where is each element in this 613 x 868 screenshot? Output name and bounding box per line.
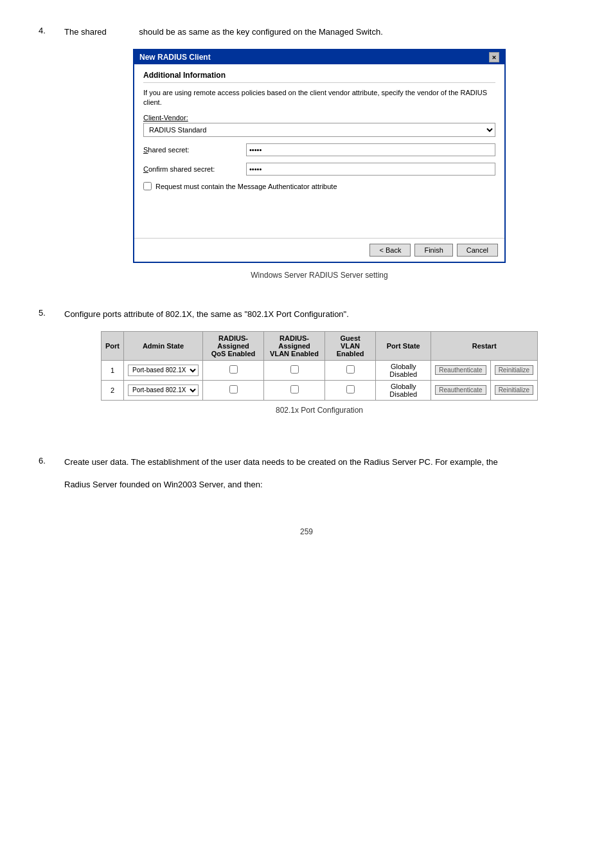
table-row: 1 Port-based 802.1X Globally Disabled Re…	[102, 360, 538, 380]
cell-guest-vlan-0	[325, 360, 376, 380]
step-4-number: 4.	[39, 26, 64, 293]
reauthenticate-button-0[interactable]: Reauthenticate	[435, 365, 486, 375]
col-vlan-enabled: RADIUS-AssignedVLAN Enabled	[264, 331, 325, 360]
dialog-titlebar: New RADIUS Client ×	[134, 50, 504, 64]
shared-secret-row: Shared secret:	[143, 143, 495, 156]
step-6: 6. Create user data. The establishment o…	[39, 456, 574, 502]
qos-checkbox-0[interactable]	[229, 365, 238, 374]
cell-port-state-1: Globally Disabled	[376, 380, 431, 400]
shared-secret-input[interactable]	[246, 143, 495, 156]
col-port: Port	[102, 331, 124, 360]
cell-vlan-0	[264, 360, 325, 380]
col-admin-state: Admin State	[124, 331, 203, 360]
table-caption: 802.1x Port Configuration	[64, 406, 574, 415]
reinitialize-button-0[interactable]: Reinitialize	[495, 365, 533, 375]
reauthenticate-button-1[interactable]: Reauthenticate	[435, 385, 486, 395]
cell-qos-1	[203, 380, 264, 400]
qos-checkbox-1[interactable]	[229, 385, 238, 393]
vlan-checkbox-1[interactable]	[290, 385, 299, 393]
cancel-button[interactable]: Cancel	[457, 244, 498, 257]
confirm-secret-label: Confirm shared secret:	[143, 165, 246, 173]
cell-vlan-1	[264, 380, 325, 400]
cell-reinitialize-0[interactable]: Reinitialize	[490, 360, 537, 380]
step-6-text: Create user data. The establishment of t…	[64, 456, 574, 469]
step-5-text: Configure ports attribute of 802.1X, the…	[64, 308, 574, 321]
port-config-table: Port Admin State RADIUS-AssignedQoS Enab…	[101, 331, 538, 401]
guest-vlan-checkbox-1[interactable]	[346, 385, 355, 393]
cell-port-1: 2	[102, 380, 124, 400]
dialog-close-button[interactable]: ×	[489, 52, 499, 62]
dialog-section-title: Additional Information	[143, 71, 495, 83]
client-vendor-label: Client-Vendor:	[143, 114, 495, 122]
step-4-text: The shared should be as same as the key …	[64, 26, 574, 39]
dialog-description: If you are using remote access policies …	[143, 88, 495, 108]
admin-state-select-1[interactable]: Port-based 802.1X	[128, 384, 199, 396]
cell-port-state-0: Globally Disabled	[376, 360, 431, 380]
vlan-checkbox-0[interactable]	[290, 365, 299, 374]
cell-reauthenticate-0[interactable]: Reauthenticate	[431, 360, 490, 380]
radius-client-dialog: New RADIUS Client × Additional Informati…	[133, 49, 506, 264]
col-qos-enabled: RADIUS-AssignedQoS Enabled	[203, 331, 264, 360]
step-6-content: Create user data. The establishment of t…	[64, 456, 574, 502]
cell-qos-0	[203, 360, 264, 380]
cell-reauthenticate-1[interactable]: Reauthenticate	[431, 380, 490, 400]
client-vendor-dropdown-row: RADIUS Standard	[143, 123, 495, 137]
cell-guest-vlan-1	[325, 380, 376, 400]
cell-reinitialize-1[interactable]: Reinitialize	[490, 380, 537, 400]
step-5: 5. Configure ports attribute of 802.1X, …	[39, 308, 574, 428]
guest-vlan-checkbox-0[interactable]	[346, 365, 355, 374]
step-5-number: 5.	[39, 308, 64, 428]
port-config-table-wrapper: Port Admin State RADIUS-AssignedQoS Enab…	[101, 331, 538, 401]
step-6-number: 6.	[39, 456, 64, 502]
dialog-title: New RADIUS Client	[139, 53, 211, 62]
shared-secret-label: Shared secret:	[143, 146, 246, 154]
col-port-state: Port State	[376, 331, 431, 360]
authenticator-checkbox-row: Request must contain the Message Authent…	[143, 182, 495, 190]
admin-state-select-0[interactable]: Port-based 802.1X	[128, 365, 199, 376]
confirm-secret-input[interactable]	[246, 163, 495, 176]
col-restart: Restart	[431, 331, 538, 360]
authenticator-label: Request must contain the Message Authent…	[155, 183, 337, 190]
cell-port-0: 1	[102, 360, 124, 380]
step-4: 4. The shared should be as same as the k…	[39, 26, 574, 293]
table-header-row: Port Admin State RADIUS-AssignedQoS Enab…	[102, 331, 538, 360]
back-button[interactable]: < Back	[369, 244, 411, 257]
dialog-caption: Windows Server RADIUS Server setting	[64, 271, 574, 280]
client-vendor-select[interactable]: RADIUS Standard	[143, 123, 495, 137]
reinitialize-button-1[interactable]: Reinitialize	[495, 385, 533, 395]
page-number: 259	[39, 527, 574, 536]
col-guest-vlan: GuestVLAN Enabled	[325, 331, 376, 360]
authenticator-checkbox[interactable]	[143, 182, 152, 190]
dialog-body: Additional Information If you are using …	[134, 64, 504, 239]
dialog-footer: < Back Finish Cancel	[134, 238, 504, 262]
step-5-content: Configure ports attribute of 802.1X, the…	[64, 308, 574, 428]
step-4-content: The shared should be as same as the key …	[64, 26, 574, 293]
finish-button[interactable]: Finish	[414, 244, 452, 257]
cell-admin-state-1[interactable]: Port-based 802.1X	[124, 380, 203, 400]
confirm-secret-row: Confirm shared secret:	[143, 163, 495, 176]
cell-admin-state-0[interactable]: Port-based 802.1X	[124, 360, 203, 380]
table-row: 2 Port-based 802.1X Globally Disabled Re…	[102, 380, 538, 400]
step-6-text1: Create user data. The establishment of t…	[64, 457, 498, 467]
step-6-text2: Radius Server founded on Win2003 Server,…	[64, 478, 574, 491]
